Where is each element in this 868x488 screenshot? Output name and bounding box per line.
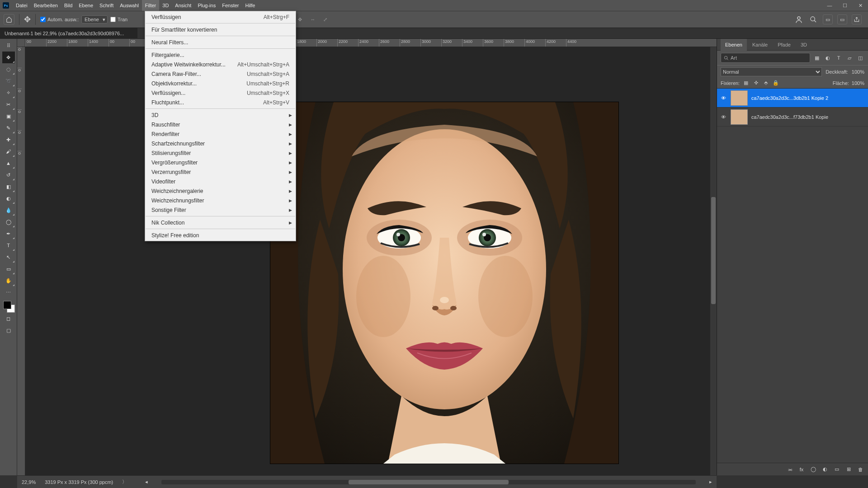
move-tool[interactable]: ✥ — [2, 52, 15, 63]
shape-tool[interactable]: ▭ — [2, 263, 15, 275]
layer-visibility-icon[interactable]: 👁 — [720, 114, 727, 120]
home-button[interactable] — [4, 14, 14, 25]
layer-row[interactable]: 👁ca7aedc30a2d3c...f73db2b1 Kopie — [717, 108, 868, 127]
menubar-item-datei[interactable]: Datei — [13, 0, 31, 11]
blend-mode-select[interactable]: Normal — [721, 67, 822, 76]
color-swatches[interactable] — [2, 300, 15, 313]
menu-item[interactable]: Nik Collection▶ — [145, 218, 296, 227]
workspace-button[interactable]: ▭ — [837, 14, 847, 24]
lock-all-icon[interactable]: 🔒 — [772, 80, 779, 87]
edit-toolbar[interactable]: ⋯ — [2, 286, 15, 298]
panel-tab-kanäle[interactable]: Kanäle — [748, 39, 772, 51]
doc-info-readout[interactable]: 3319 Px x 3319 Px (300 ppcm) — [45, 479, 113, 485]
adjustment-layer-icon[interactable]: ◐ — [821, 465, 829, 474]
menubar-item-bearbeiten[interactable]: Bearbeiten — [31, 0, 61, 11]
menu-item[interactable]: Videofilter▶ — [145, 177, 296, 186]
window-close[interactable]: ✕ — [853, 0, 868, 11]
menubar-item-ebene[interactable]: Ebene — [75, 0, 96, 11]
lasso-tool[interactable]: ➰ — [2, 75, 15, 87]
healing-tool[interactable]: ✚ — [2, 134, 15, 145]
quick-mask-tool[interactable]: ◻ — [2, 313, 15, 324]
type-tool[interactable]: T — [2, 239, 15, 251]
zoom-readout[interactable]: 22,9% — [22, 479, 36, 485]
scroll-right[interactable]: ▸ — [709, 479, 712, 485]
layer-visibility-icon[interactable]: 👁 — [720, 95, 727, 101]
menubar-item-bild[interactable]: Bild — [61, 0, 75, 11]
menu-item[interactable]: Scharfzeichnungsfilter▶ — [145, 139, 296, 148]
brush-tool[interactable]: 🖌 — [2, 145, 15, 157]
eyedropper-tool[interactable]: ✎ — [2, 122, 15, 134]
panel-tab-3d[interactable]: 3D — [796, 39, 811, 51]
ruler-horizontal[interactable]: 0022001800140000004006008001000120014001… — [25, 39, 717, 47]
search-button[interactable] — [808, 14, 818, 24]
layer-thumbnail[interactable] — [731, 90, 748, 106]
menu-item[interactable]: Neural Filters... — [145, 38, 296, 47]
menubar-item-hilfe[interactable]: Hilfe — [242, 0, 258, 11]
menu-item[interactable]: Weichzeichnergalerie▶ — [145, 186, 296, 196]
layer-style-icon[interactable]: fx — [797, 465, 806, 474]
fill-value[interactable]: 100% — [852, 80, 864, 86]
panel-tab-pfade[interactable]: Pfade — [773, 39, 795, 51]
menu-item[interactable]: Verflüssigen...Umschalt+Strg+X — [145, 88, 296, 98]
auto-select-target[interactable]: Ebene — [81, 15, 108, 23]
clone-stamp-tool[interactable]: ▲ — [2, 157, 15, 169]
menubar-item-filter[interactable]: Filter — [142, 0, 159, 11]
path-tool[interactable]: ↖ — [2, 251, 15, 263]
menu-item[interactable]: Renderfilter▶ — [145, 129, 296, 139]
menu-item[interactable]: Stilisierungsfilter▶ — [145, 148, 296, 158]
scroll-left[interactable]: ◂ — [145, 479, 148, 485]
blur-tool[interactable]: 💧 — [2, 204, 15, 216]
ruler-vertical[interactable]: 000000 — [17, 47, 25, 475]
opacity-value[interactable]: 100% — [852, 69, 864, 75]
cloud-docs-button[interactable] — [794, 14, 804, 24]
canvas-area[interactable]: 0022001800140000004006008001000120014001… — [17, 39, 717, 475]
canvas-image[interactable] — [270, 102, 618, 464]
layer-row[interactable]: 👁ca7aedc30a2d3c...3db2b1 Kopie 2 — [717, 89, 868, 108]
group-icon[interactable]: ▭ — [833, 465, 841, 474]
window-maximize[interactable]: ☐ — [837, 0, 853, 11]
frame-tool[interactable]: ▣ — [2, 110, 15, 122]
menubar-item-ansicht[interactable]: Ansicht — [172, 0, 194, 11]
magic-wand-tool[interactable]: ✧ — [2, 87, 15, 99]
layer-mask-icon[interactable]: ◯ — [809, 465, 817, 474]
gradient-tool[interactable]: ◐ — [2, 192, 15, 204]
menu-item[interactable]: Für Smartfilter konvertieren — [145, 25, 296, 34]
layer-name[interactable]: ca7aedc30a2d3c...3db2b1 Kopie 2 — [751, 95, 828, 101]
filter-shape-icon[interactable]: ▱ — [845, 54, 854, 62]
menu-item[interactable]: Rauschfilter▶ — [145, 120, 296, 129]
window-minimize[interactable]: — — [822, 0, 837, 11]
crop-tool[interactable]: ✂ — [2, 99, 15, 110]
menu-item[interactable]: Camera Raw-Filter...Umschalt+Strg+A — [145, 69, 296, 79]
menu-item[interactable]: Stylize! Free edition — [145, 230, 296, 240]
lock-position-icon[interactable]: ✜ — [752, 80, 760, 87]
new-layer-icon[interactable]: ⊞ — [844, 465, 853, 474]
tool-grip[interactable]: ⠿ — [2, 40, 15, 52]
menu-item[interactable]: Filtergalerie... — [145, 50, 296, 60]
panel-tab-ebenen[interactable]: Ebenen — [721, 39, 747, 51]
vertical-scrollbar[interactable] — [710, 47, 717, 475]
menu-item[interactable]: Fluchtpunkt...Alt+Strg+V — [145, 98, 296, 107]
menu-item[interactable]: Objektivkorrektur...Umschalt+Strg+R — [145, 79, 296, 88]
menubar-item-auswahl[interactable]: Auswahl — [117, 0, 142, 11]
menubar-item-fenster[interactable]: Fenster — [219, 0, 242, 11]
menubar-item-schrift[interactable]: Schrift — [96, 0, 117, 11]
lock-pixels-icon[interactable]: ▦ — [742, 80, 750, 87]
history-brush-tool[interactable]: ↺ — [2, 169, 15, 181]
hand-tool[interactable]: ✋ — [2, 275, 15, 286]
lock-artboard-icon[interactable]: ⬘ — [762, 80, 769, 87]
menu-item[interactable]: 3D▶ — [145, 110, 296, 120]
auto-select-checkbox[interactable]: Autom. ausw.: — [40, 17, 79, 22]
filter-type-icon[interactable]: T — [835, 54, 843, 62]
eraser-tool[interactable]: ◧ — [2, 181, 15, 192]
layer-filter-search[interactable]: Art — [721, 53, 810, 63]
horizontal-scrollbar[interactable] — [161, 480, 696, 484]
doc-info-arrow[interactable]: 〉 — [122, 479, 127, 485]
menu-item[interactable]: Verzerrungsfilter▶ — [145, 167, 296, 177]
filter-adjust-icon[interactable]: ◐ — [824, 54, 832, 62]
link-layers-icon[interactable]: ⫘ — [786, 465, 794, 474]
arrange-documents-button[interactable]: ▭ — [823, 14, 833, 24]
delete-layer-icon[interactable]: 🗑 — [856, 465, 864, 474]
document-tab[interactable]: Unbenannt-1 bei 22,9% (ca7aedc30a2d3c90d… — [0, 28, 137, 39]
menu-item[interactable]: Sonstige Filter▶ — [145, 205, 296, 215]
layer-thumbnail[interactable] — [731, 109, 748, 125]
